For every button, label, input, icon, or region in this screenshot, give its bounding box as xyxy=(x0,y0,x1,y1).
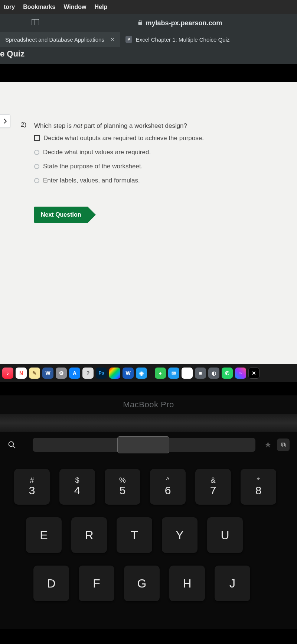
key[interactable]: D xyxy=(33,566,69,601)
key[interactable]: $4 xyxy=(59,469,95,505)
app-icon[interactable]: ■ xyxy=(195,368,206,379)
touch-bar: ★ ⧉ xyxy=(0,432,297,458)
key[interactable]: %5 xyxy=(105,469,140,505)
settings-app-icon[interactable]: ⚙ xyxy=(56,368,67,379)
keyboard-row: #3$4%5^6&7*8 xyxy=(4,469,293,505)
notes-app-icon[interactable]: ✎ xyxy=(29,368,40,379)
next-question-button[interactable]: Next Question xyxy=(34,207,88,223)
capcut-app-icon[interactable]: ✕ xyxy=(248,368,260,379)
key[interactable]: #3 xyxy=(14,469,50,505)
page-header-bar: e Quiz xyxy=(0,47,297,64)
menu-item[interactable]: tory xyxy=(4,4,15,10)
svg-point-3 xyxy=(9,442,14,447)
option-text: Decide what outputs are required to achi… xyxy=(43,135,204,142)
appstore-app-icon[interactable]: A xyxy=(69,368,80,379)
keyboard-row: DFGHJ xyxy=(4,566,293,601)
dock-separator xyxy=(151,368,151,378)
key[interactable]: F xyxy=(79,566,114,601)
key[interactable]: ^6 xyxy=(150,469,186,505)
macbook-label: MacBook Pro xyxy=(0,395,297,414)
key[interactable]: U xyxy=(207,517,243,553)
macos-menubar: tory Bookmarks Window Help xyxy=(0,0,297,14)
news-app-icon[interactable]: N xyxy=(16,368,27,379)
option-text: Enter labels, values, and formulas. xyxy=(43,177,140,184)
messages-app-icon[interactable]: ● xyxy=(155,368,166,379)
music-app-icon[interactable]: ♪ xyxy=(2,368,13,379)
menu-item[interactable]: Help xyxy=(95,4,108,10)
menu-item[interactable]: Window xyxy=(63,4,86,10)
close-icon[interactable]: ✕ xyxy=(110,36,115,42)
lock-icon xyxy=(138,20,143,26)
key[interactable]: T xyxy=(117,517,152,553)
answer-option[interactable]: State the purpose of the worksheet. xyxy=(34,163,282,170)
star-icon[interactable]: ★ xyxy=(264,440,272,450)
key[interactable]: G xyxy=(124,566,160,601)
tab-spreadsheet-db-apps[interactable]: Spreadsheet and Database Applications ✕ xyxy=(0,32,120,47)
tab-strip: Spreadsheet and Database Applications ✕ … xyxy=(0,32,297,47)
creative-cloud-icon[interactable] xyxy=(109,368,120,379)
safari-app-icon[interactable]: ◉ xyxy=(136,368,147,379)
whatsapp-app-icon[interactable]: ✆ xyxy=(222,368,233,379)
key[interactable]: E xyxy=(26,517,62,553)
browser-toolbar: mylabs-px.pearson.com xyxy=(0,14,297,32)
keyboard: #3$4%5^6&7*8 ERTYU DFGHJ xyxy=(0,458,297,629)
tab-label: Excel Chapter 1: Multiple Choice Quiz xyxy=(136,36,230,43)
svg-rect-0 xyxy=(32,19,39,25)
option-text: Decide what input values are required. xyxy=(43,149,151,156)
sidebar-toggle-icon[interactable] xyxy=(32,19,39,27)
expand-panel-button[interactable] xyxy=(0,114,10,128)
key[interactable]: Y xyxy=(162,517,198,553)
checkbox-icon[interactable] xyxy=(34,135,40,141)
key[interactable]: R xyxy=(71,517,107,553)
tab-label: Spreadsheet and Database Applications xyxy=(5,36,104,43)
address-bar[interactable]: mylabs-px.pearson.com xyxy=(67,19,293,27)
app-icon[interactable]: ◐ xyxy=(208,368,219,379)
answer-options: Decide what outputs are required to achi… xyxy=(34,135,282,184)
help-app-icon[interactable]: ? xyxy=(82,368,94,379)
option-text: State the purpose of the worksheet. xyxy=(43,163,143,170)
word-app-icon[interactable]: W xyxy=(42,368,53,379)
answer-option[interactable]: Decide what outputs are required to achi… xyxy=(34,135,282,142)
touchbar-slider[interactable] xyxy=(33,438,255,452)
messenger-app-icon[interactable]: ~ xyxy=(235,368,246,379)
radio-icon[interactable] xyxy=(34,150,39,155)
key[interactable]: H xyxy=(169,566,205,601)
photoshop-app-icon[interactable]: Ps xyxy=(96,368,107,379)
tab-excel-quiz[interactable]: P Excel Chapter 1: Multiple Choice Quiz xyxy=(120,32,297,47)
keyboard-row: ERTYU xyxy=(4,517,293,553)
question-number: 2) xyxy=(21,121,29,223)
menu-item[interactable]: Bookmarks xyxy=(23,4,55,10)
browser-chrome: mylabs-px.pearson.com Spreadsheet and Da… xyxy=(0,14,297,64)
touchbar-button[interactable]: ⧉ xyxy=(277,438,290,451)
key[interactable]: &7 xyxy=(195,469,231,505)
svg-rect-2 xyxy=(138,22,142,25)
answer-option[interactable]: Decide what input values are required. xyxy=(34,149,282,156)
search-icon[interactable] xyxy=(7,440,16,449)
answer-option[interactable]: Enter labels, values, and formulas. xyxy=(34,177,282,184)
key[interactable]: J xyxy=(215,566,250,601)
question-stem: Which step is not part of planning a wor… xyxy=(34,121,282,131)
radio-icon[interactable] xyxy=(34,164,39,169)
radio-icon[interactable] xyxy=(34,178,39,183)
quiz-page: 2) Which step is not part of planning a … xyxy=(0,82,297,364)
svg-line-4 xyxy=(13,446,15,448)
question-block: 2) Which step is not part of planning a … xyxy=(0,91,297,238)
chrome-app-icon[interactable]: ◯ xyxy=(182,368,193,379)
slider-thumb[interactable] xyxy=(117,436,169,453)
key[interactable]: *8 xyxy=(241,469,276,505)
url-text: mylabs-px.pearson.com xyxy=(146,19,222,27)
mail-app-icon[interactable]: ✉ xyxy=(168,368,179,379)
pearson-favicon: P xyxy=(125,36,132,43)
word-app-icon[interactable]: W xyxy=(123,368,134,379)
dock: ♪ N ✎ W ⚙ A ? Ps W ◉ ● ✉ ◯ ■ ◐ ✆ ~ ✕ xyxy=(0,364,297,382)
